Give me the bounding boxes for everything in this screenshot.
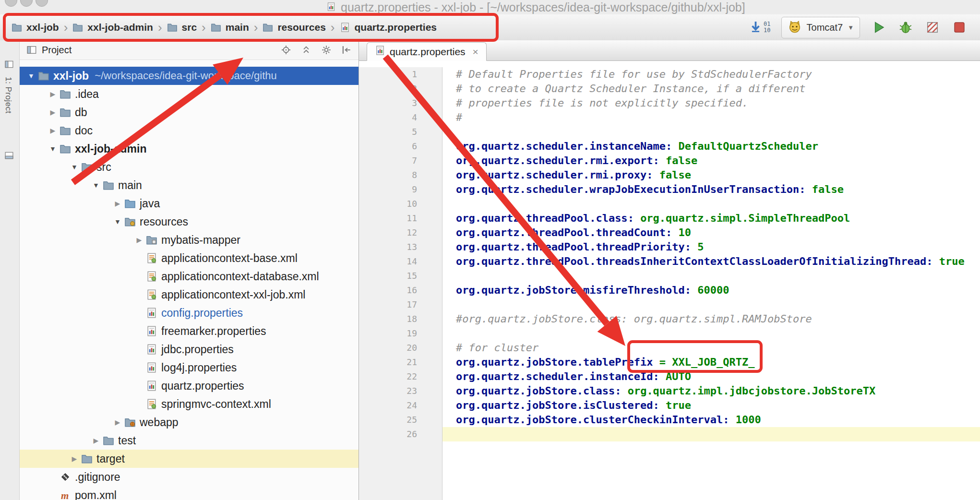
- tree-item-mybatis-mapper[interactable]: ▶mybatis-mapper: [20, 231, 359, 249]
- tree-expander-icon[interactable]: ▶: [46, 90, 60, 98]
- properties-file-icon: [146, 380, 161, 392]
- tree-expander-icon[interactable]: ▶: [46, 108, 60, 116]
- tree-expander-icon[interactable]: ▶: [111, 418, 124, 426]
- breadcrumb-item-resources[interactable]: resources: [263, 22, 325, 33]
- tree-item-webapp[interactable]: ▶webapp: [20, 413, 359, 431]
- code-line-3[interactable]: # properties file is not explicitly spec…: [442, 96, 980, 110]
- code-line-5[interactable]: [442, 125, 980, 139]
- tree-item-config-properties[interactable]: config.properties: [20, 304, 359, 322]
- code-line-26[interactable]: [442, 427, 980, 441]
- tree-item-freemarker-properties[interactable]: freemarker.properties: [20, 322, 359, 340]
- code-line-2[interactable]: # to create a Quartz Scheduler Instance,…: [442, 82, 980, 96]
- tree-expander-icon[interactable]: ▶: [68, 455, 81, 463]
- code-line-14[interactable]: org.quartz.threadPool.threadsInheritCont…: [442, 254, 980, 269]
- tree-item-pom-xml[interactable]: mpom.xml: [20, 486, 359, 500]
- code-line-22[interactable]: org.quartz.scheduler.instanceId: AUTO: [442, 369, 980, 384]
- tree-item-applicationcontext-base-xml[interactable]: applicationcontext-base.xml: [20, 249, 359, 267]
- line-number: 12: [359, 226, 417, 240]
- code-line-23[interactable]: org.quartz.jobStore.class: org.quartz.im…: [442, 384, 980, 398]
- tree-item-xxl-job[interactable]: ▼xxl-job~/workspaces/idea-git-workspace/…: [20, 67, 359, 85]
- code-line-16[interactable]: org.quartz.jobStore.misfireThreshold: 60…: [442, 283, 980, 298]
- tree-expander-icon[interactable]: ▼: [111, 218, 124, 226]
- tree-expander-icon[interactable]: ▼: [24, 72, 38, 80]
- code-line-25[interactable]: org.quartz.jobStore.clusterCheckinInterv…: [442, 413, 980, 427]
- tree-item-label: freemarker.properties: [161, 325, 266, 338]
- debug-button[interactable]: [897, 19, 914, 36]
- window-minimize-button[interactable]: [20, 0, 33, 7]
- property-key: org.quartz.threadPool.threadPriority: [456, 241, 685, 253]
- tree-expander-icon[interactable]: ▼: [46, 145, 60, 153]
- window-zoom-button[interactable]: [36, 0, 48, 7]
- hide-panel-icon[interactable]: [341, 45, 352, 55]
- update-project-button[interactable]: 01 10: [749, 20, 770, 35]
- tree-expander-icon[interactable]: ▶: [111, 200, 124, 207]
- coverage-button[interactable]: [924, 19, 941, 36]
- code-line-9[interactable]: org.quartz.scheduler.wrapJobExecutionInU…: [442, 182, 980, 197]
- breadcrumb-item-xxl-job-admin[interactable]: xxl-job-admin: [72, 22, 153, 33]
- editor-content[interactable]: 1234567891011121314151617181920212223242…: [359, 61, 980, 500]
- tree-item-target[interactable]: ▶target: [20, 450, 359, 468]
- tree-expander-icon[interactable]: ▼: [89, 181, 103, 189]
- tree-item-jdbc-properties[interactable]: jdbc.properties: [20, 340, 359, 358]
- line-number: 15: [359, 269, 417, 283]
- locate-file-icon[interactable]: [281, 45, 291, 55]
- code-line-24[interactable]: org.quartz.jobStore.isClustered: true: [442, 398, 980, 413]
- tree-item-springmvc-context-xml[interactable]: springmvc-context.xml: [20, 395, 359, 413]
- tree-item-resources[interactable]: ▼resources: [20, 213, 359, 231]
- editor-lines: # Default Properties file for use by Std…: [442, 67, 980, 500]
- tree-item-src[interactable]: ▼src: [20, 158, 359, 176]
- code-line-19[interactable]: [442, 326, 980, 341]
- run-button[interactable]: [871, 19, 887, 36]
- code-line-20[interactable]: # for cluster: [442, 341, 980, 355]
- code-line-21[interactable]: org.quartz.jobStore.tablePrefix = XXL_JO…: [442, 355, 980, 369]
- breadcrumb-item-xxl-job[interactable]: xxl-job: [12, 22, 59, 33]
- tree-item--gitignore[interactable]: .gitignore: [20, 468, 359, 486]
- tree-item-java[interactable]: ▶java: [20, 194, 359, 213]
- tree-item-applicationcontext-database-xml[interactable]: applicationcontext-database.xml: [20, 267, 359, 286]
- code-line-15[interactable]: [442, 269, 980, 283]
- project-stripe-button[interactable]: 1: Project: [3, 77, 13, 114]
- code-line-13[interactable]: org.quartz.threadPool.threadPriority: 5: [442, 240, 980, 254]
- favorites-tool-icon[interactable]: [4, 151, 14, 160]
- code-line-4[interactable]: #: [442, 110, 980, 125]
- tree-item-main[interactable]: ▼main: [20, 176, 359, 194]
- tree-item-doc[interactable]: ▶doc: [20, 121, 359, 140]
- gear-icon[interactable]: [321, 45, 332, 55]
- breadcrumb-item-main[interactable]: main: [211, 22, 249, 33]
- property-key: org.quartz.scheduler.instanceId: [456, 370, 653, 382]
- folder-icon: [81, 453, 96, 464]
- tree-item-log4j-properties[interactable]: log4j.properties: [20, 358, 359, 377]
- code-line-1[interactable]: # Default Properties file for use by Std…: [442, 67, 980, 82]
- tree-item-xxl-job-admin[interactable]: ▼xxl-job-admin: [20, 140, 359, 158]
- code-line-10[interactable]: [442, 197, 980, 211]
- code-line-17[interactable]: [442, 298, 980, 312]
- code-line-18[interactable]: #org.quartz.jobStore.class: org.quartz.s…: [442, 312, 980, 326]
- line-number: 9: [359, 182, 417, 197]
- code-line-8[interactable]: org.quartz.scheduler.rmi.proxy: false: [442, 168, 980, 182]
- tree-expander-icon[interactable]: ▶: [46, 127, 60, 134]
- breadcrumb-item-quartz-properties[interactable]: quartz.properties: [340, 22, 437, 33]
- tree-item-db[interactable]: ▶db: [20, 103, 359, 121]
- tree-expander-icon[interactable]: ▼: [68, 163, 81, 171]
- code-line-7[interactable]: org.quartz.scheduler.rmi.export: false: [442, 154, 980, 168]
- tree-expander-icon[interactable]: ▶: [89, 437, 103, 444]
- tab-quartz-properties[interactable]: quartz.properties ×: [367, 42, 487, 61]
- property-separator: :: [666, 226, 679, 238]
- tree-item-quartz-properties[interactable]: quartz.properties: [20, 377, 359, 395]
- stop-button[interactable]: [951, 19, 968, 36]
- tree-item--idea[interactable]: ▶.idea: [20, 85, 359, 103]
- breadcrumb-item-src[interactable]: src: [167, 22, 197, 33]
- tree-expander-icon[interactable]: ▶: [132, 236, 146, 244]
- window-close-button[interactable]: [5, 0, 17, 7]
- close-tab-icon[interactable]: ×: [473, 46, 478, 58]
- tree-item-applicationcontext-xxl-job-xml[interactable]: applicationcontext-xxl-job.xml: [20, 286, 359, 304]
- properties-file-icon: [146, 325, 161, 337]
- run-configuration-select[interactable]: Tomcat7 ▼: [781, 17, 860, 38]
- collapse-all-icon[interactable]: [301, 45, 311, 55]
- tree-item-label: pom.xml: [75, 489, 117, 500]
- tree-item-test[interactable]: ▶test: [20, 431, 359, 450]
- code-line-6[interactable]: org.quartz.scheduler.instanceName: Defau…: [442, 139, 980, 154]
- code-line-12[interactable]: org.quartz.threadPool.threadCount: 10: [442, 226, 980, 240]
- code-line-11[interactable]: org.quartz.threadPool.class: org.quartz.…: [442, 211, 980, 226]
- line-number: 13: [359, 240, 417, 254]
